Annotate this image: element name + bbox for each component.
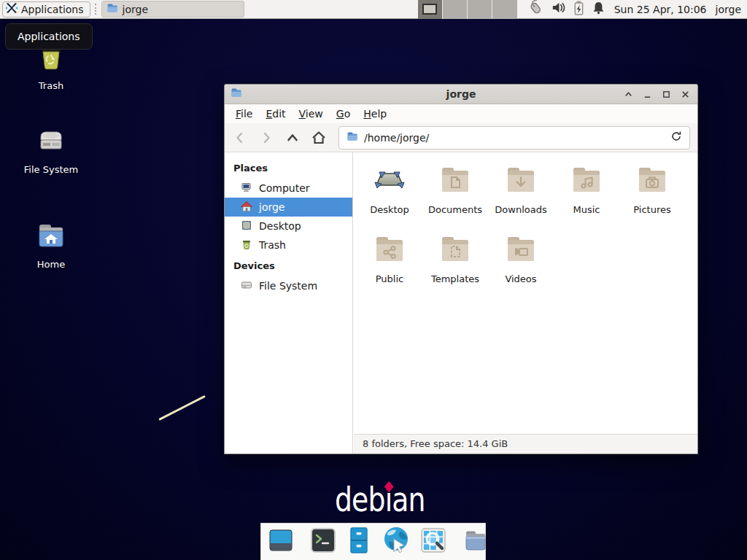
- home-icon: [241, 201, 252, 214]
- public-folder-icon: [372, 232, 407, 267]
- home-folder-launcher[interactable]: [461, 526, 490, 558]
- templates-folder-icon: [438, 232, 473, 267]
- applications-menu-label: Applications: [21, 4, 84, 15]
- home-button[interactable]: [306, 127, 331, 149]
- window-body: Places Computer: [225, 152, 697, 454]
- path-input[interactable]: /home/jorge/: [364, 132, 665, 144]
- sidebar-item-label: File System: [259, 280, 317, 292]
- notifications-bell-icon[interactable]: [592, 0, 605, 18]
- web-browser-launcher[interactable]: [380, 524, 412, 559]
- path-bar[interactable]: /home/jorge/: [338, 126, 690, 149]
- folder-label: Desktop: [357, 204, 422, 215]
- show-desktop-button[interactable]: [266, 526, 295, 558]
- folder-label: Documents: [422, 204, 488, 215]
- folder-label: Music: [554, 204, 619, 215]
- window-controls: [623, 89, 690, 99]
- battery-icon[interactable]: [573, 0, 585, 19]
- sidebar-item-label: jorge: [259, 201, 285, 213]
- sidebar-item-label: Trash: [259, 239, 286, 251]
- folder-icon: [107, 2, 118, 16]
- desktop: Applications jorge: [0, 0, 747, 560]
- home-folder-icon: [34, 218, 69, 253]
- drive-icon: [241, 279, 252, 293]
- folder-label: Templates: [422, 273, 488, 284]
- sidebar-item-jorge[interactable]: jorge: [225, 198, 352, 217]
- sidebar-item-label: Computer: [259, 182, 310, 194]
- shade-button[interactable]: [623, 89, 633, 99]
- desktop-icon-label: Trash: [16, 80, 86, 91]
- workspace-switcher[interactable]: [418, 0, 517, 19]
- workspace-3[interactable]: [468, 0, 492, 19]
- desktop-icon-file-system[interactable]: File System: [16, 123, 86, 175]
- taskbar-window-label: jorge: [123, 4, 148, 15]
- panel-username[interactable]: jorge: [716, 4, 741, 15]
- sidebar-item-label: Desktop: [259, 220, 301, 232]
- top-panel: Applications jorge: [0, 0, 747, 19]
- file-manager-launcher[interactable]: [344, 526, 374, 558]
- file-view[interactable]: Desktop Documents: [354, 152, 697, 454]
- folder-item-downloads[interactable]: Downloads: [488, 161, 554, 230]
- sidebar: Places Computer: [225, 152, 353, 454]
- menu-bar: File Edit View Go Help: [225, 104, 697, 123]
- minimize-button[interactable]: [642, 89, 652, 99]
- folder-label: Pictures: [619, 204, 685, 215]
- status-bar: 8 folders, Free space: 14.4 GiB: [354, 434, 697, 454]
- sidebar-places-header: Places: [225, 157, 352, 179]
- desktop-icon-label: Home: [16, 259, 86, 270]
- up-button[interactable]: [280, 127, 305, 149]
- path-folder-icon: [347, 131, 358, 145]
- menu-view[interactable]: View: [293, 105, 330, 122]
- folder-item-pictures[interactable]: Pictures: [619, 161, 685, 230]
- file-manager-window: jorge File Edit View Go Help: [224, 84, 698, 454]
- window-titlebar[interactable]: jorge: [225, 85, 697, 104]
- terminal-launcher[interactable]: [309, 526, 338, 558]
- sidebar-item-desktop[interactable]: Desktop: [225, 217, 352, 236]
- folder-item-desktop[interactable]: Desktop: [357, 161, 422, 230]
- debian-wordmark-text: deb: [335, 480, 385, 519]
- documents-folder-icon: [438, 163, 473, 198]
- sidebar-item-trash[interactable]: Trash: [225, 236, 352, 254]
- menu-file[interactable]: File: [229, 105, 259, 122]
- toolbar: /home/jorge/: [225, 123, 697, 152]
- folder-item-videos[interactable]: Videos: [488, 230, 554, 300]
- folder-item-public[interactable]: Public: [357, 230, 422, 300]
- taskbar-window-button[interactable]: jorge: [101, 1, 244, 18]
- desktop-place-icon: [241, 219, 252, 233]
- back-button[interactable]: [228, 127, 252, 149]
- workspace-4[interactable]: [492, 0, 517, 19]
- close-button[interactable]: [680, 89, 690, 99]
- reload-icon[interactable]: [670, 131, 682, 145]
- videos-folder-icon: [503, 232, 538, 267]
- downloads-folder-icon: [503, 163, 538, 198]
- music-folder-icon: [569, 163, 604, 198]
- panel-grip[interactable]: [95, 4, 99, 15]
- folder-label: Downloads: [488, 204, 554, 215]
- menu-help[interactable]: Help: [357, 105, 393, 122]
- volume-icon[interactable]: [551, 0, 566, 18]
- workspace-2[interactable]: [443, 0, 468, 19]
- desktop-icon-home[interactable]: Home: [16, 218, 86, 270]
- applications-tooltip: Applications: [5, 23, 93, 50]
- folder-label: Videos: [488, 273, 554, 284]
- hard-drive-icon: [34, 123, 69, 158]
- sidebar-item-file-system[interactable]: File System: [225, 276, 352, 295]
- maximize-button[interactable]: [661, 89, 671, 99]
- trash-place-icon: [241, 238, 252, 252]
- folder-label: Public: [357, 273, 422, 284]
- panel-clock[interactable]: Sun 25 Apr, 10:06: [614, 4, 707, 15]
- applications-menu-button[interactable]: Applications: [2, 1, 90, 18]
- mouse-icon[interactable]: [527, 0, 544, 19]
- sidebar-item-computer[interactable]: Computer: [225, 179, 352, 198]
- stray-pencil-line: [158, 395, 206, 421]
- folder-item-music[interactable]: Music: [554, 161, 619, 230]
- menu-edit[interactable]: Edit: [259, 105, 292, 122]
- forward-button[interactable]: [254, 127, 279, 149]
- xfce-applications-icon: [6, 2, 18, 16]
- application-finder-launcher[interactable]: [419, 526, 448, 558]
- folder-item-templates[interactable]: Templates: [422, 230, 488, 300]
- menu-go[interactable]: Go: [330, 105, 357, 122]
- computer-icon: [241, 182, 252, 195]
- workspace-1[interactable]: [418, 0, 443, 19]
- desktop-folder-icon: [372, 163, 407, 198]
- folder-item-documents[interactable]: Documents: [422, 161, 488, 230]
